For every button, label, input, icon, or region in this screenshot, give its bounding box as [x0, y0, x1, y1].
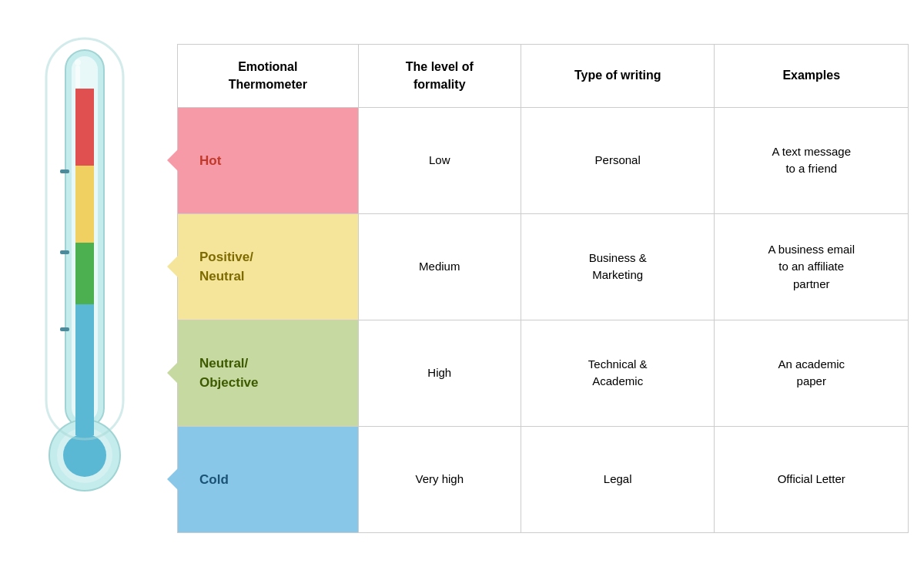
cell-example-neu: An academicpaper	[715, 320, 909, 426]
svg-point-15	[75, 59, 81, 65]
svg-rect-11	[60, 169, 69, 173]
cell-type-pos: Business &Marketing	[521, 213, 715, 320]
table-row-cold: ColdVery highLegalOfficial Letter	[178, 426, 909, 532]
main-container: EmotionalThermometer The level offormali…	[0, 0, 924, 577]
cell-formality-cold: Very high	[358, 426, 521, 532]
cell-formality-pos: Medium	[358, 213, 521, 320]
thermometer-wrap	[15, 19, 154, 559]
cell-example-hot: A text messageto a friend	[715, 107, 909, 213]
cell-emotion-hot: Hot	[178, 107, 359, 213]
cell-type-hot: Personal	[521, 107, 715, 213]
header-type: Type of writing	[521, 45, 715, 108]
svg-rect-6	[75, 243, 94, 304]
svg-rect-8	[75, 89, 94, 166]
svg-rect-12	[60, 250, 69, 254]
svg-rect-13	[60, 327, 69, 331]
cell-emotion-pos: Positive/Neutral	[178, 213, 359, 320]
table-wrap: EmotionalThermometer The level offormali…	[177, 15, 909, 562]
cell-type-cold: Legal	[521, 426, 715, 532]
cell-example-cold: Official Letter	[715, 426, 909, 532]
cell-emotion-cold: Cold	[178, 426, 359, 532]
table-row-pos: Positive/NeutralMediumBusiness &Marketin…	[178, 213, 909, 320]
cell-formality-neu: High	[358, 320, 521, 426]
svg-rect-5	[75, 304, 94, 404]
cell-type-neu: Technical &Academic	[521, 320, 715, 426]
cell-example-pos: A business emailto an affiliatepartner	[715, 213, 909, 320]
table-header-row: EmotionalThermometer The level offormali…	[178, 45, 909, 108]
header-formality: The level offormality	[358, 45, 521, 108]
svg-rect-10	[75, 404, 94, 435]
thermometer-svg	[23, 27, 146, 551]
header-examples: Examples	[715, 45, 909, 108]
formality-table: EmotionalThermometer The level offormali…	[177, 44, 909, 533]
table-row-neu: Neutral/ObjectiveHighTechnical &Academic…	[178, 320, 909, 426]
svg-rect-14	[75, 65, 80, 89]
header-emotion: EmotionalThermometer	[178, 45, 359, 108]
cell-emotion-neu: Neutral/Objective	[178, 320, 359, 426]
svg-rect-7	[75, 166, 94, 243]
cell-formality-hot: Low	[358, 107, 521, 213]
table-row-hot: HotLowPersonalA text messageto a friend	[178, 107, 909, 213]
